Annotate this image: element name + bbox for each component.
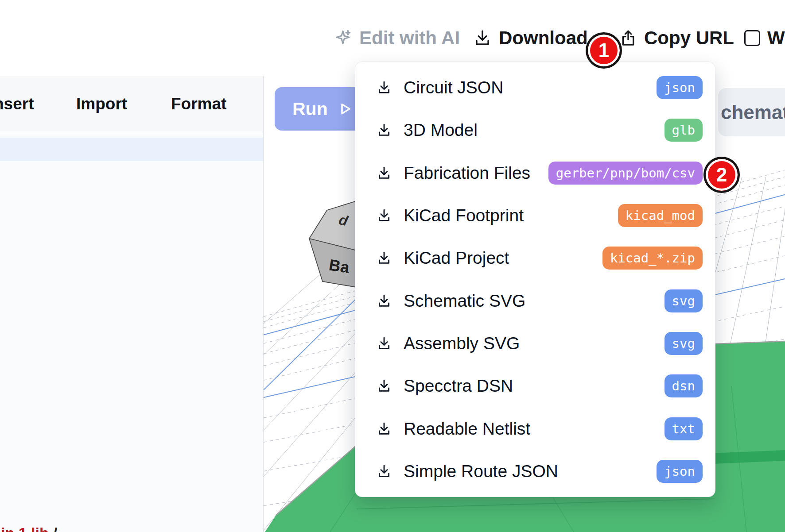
download-icon	[377, 464, 392, 479]
download-menu-item-readable-netlist[interactable]: Readable Netlist txt	[355, 407, 715, 450]
editor-error-text: in 1 lib/	[1, 524, 57, 532]
download-icon	[377, 421, 392, 436]
download-icon	[377, 251, 392, 266]
app-root: { "top_bar": { "edit_with_ai_label": "Ed…	[0, 0, 785, 532]
download-icon	[377, 336, 392, 351]
webview-toggle[interactable]: We	[744, 0, 785, 76]
download-menu-item-label: 3D Model	[404, 120, 478, 140]
download-icon	[473, 29, 492, 47]
file-format-badge: kicad_mod	[618, 204, 703, 227]
file-format-badge: kicad_*.zip	[602, 247, 703, 270]
webview-label: We	[767, 27, 785, 49]
download-menu-item-assembly-svg[interactable]: Assembly SVG svg	[355, 322, 715, 365]
file-format-badge: glb	[665, 119, 703, 142]
download-menu-item-simple-route-json[interactable]: Simple Route JSON json	[355, 450, 715, 493]
file-format-badge: svg	[665, 289, 703, 312]
editor-highlighted-line[interactable]	[0, 138, 263, 161]
download-menu-item-kicad-project[interactable]: KiCad Project kicad_*.zip	[355, 237, 715, 279]
download-menu-item-label: KiCad Project	[404, 248, 509, 268]
sparkle-icon	[334, 29, 352, 47]
tab-schematic[interactable]: chemati	[718, 88, 785, 136]
file-format-badge: svg	[665, 332, 703, 355]
download-icon	[377, 123, 392, 138]
download-menu-item-label: Simple Route JSON	[404, 462, 558, 481]
code-editor-panel[interactable]: nsert Import Format in 1 lib/	[0, 76, 264, 532]
share-icon	[619, 29, 637, 47]
download-icon	[377, 208, 392, 223]
file-format-badge: json	[657, 76, 703, 99]
download-menu-item-kicad-footprint[interactable]: KiCad Footprint kicad_mod	[355, 194, 715, 237]
download-menu-item-label: Schematic SVG	[404, 291, 525, 311]
download-menu-item-fabrication-files[interactable]: Fabrication Files gerber/pnp/bom/csv	[355, 152, 715, 194]
step-badge-1: 1	[586, 32, 622, 69]
download-icon	[377, 378, 392, 393]
menubar-item-insert[interactable]: nsert	[0, 76, 34, 132]
file-format-badge: json	[657, 460, 703, 483]
file-format-badge: gerber/pnp/bom/csv	[548, 162, 703, 185]
run-label: Run	[292, 99, 328, 120]
download-menu-item-3d-model[interactable]: 3D Model glb	[355, 109, 715, 151]
download-menu-item-circuit-json[interactable]: Circuit JSON json	[355, 66, 715, 109]
step-badge-2: 2	[703, 157, 740, 193]
file-format-badge: txt	[665, 417, 703, 440]
edit-with-ai-label: Edit with AI	[359, 27, 460, 49]
component-box: d Ba	[309, 201, 357, 287]
file-format-badge: dsn	[665, 374, 703, 397]
play-icon	[337, 101, 353, 117]
download-menu-item-label: Fabrication Files	[404, 163, 530, 183]
download-icon	[377, 80, 392, 95]
download-dropdown-menu: Circuit JSON json 3D Model glb Fabricati…	[355, 62, 715, 497]
editor-menubar: nsert Import Format	[0, 76, 263, 132]
box-front-label: Ba	[328, 255, 351, 277]
download-menu-item-label: KiCad Footprint	[404, 206, 524, 225]
download-label: Download	[499, 27, 588, 49]
download-menu-item-schematic-svg[interactable]: Schematic SVG svg	[355, 279, 715, 322]
download-menu-item-label: Assembly SVG	[404, 334, 520, 353]
webview-checkbox[interactable]	[744, 30, 760, 46]
copy-url-label: Copy URL	[644, 27, 734, 49]
download-icon	[377, 166, 392, 181]
download-menu-item-label: Specctra DSN	[404, 376, 513, 396]
download-menu-item-label: Circuit JSON	[404, 78, 503, 97]
menubar-item-import[interactable]: Import	[76, 76, 127, 132]
download-menu-item-specctra-dsn[interactable]: Specctra DSN dsn	[355, 365, 715, 407]
menubar-item-format[interactable]: Format	[171, 76, 226, 132]
download-icon	[377, 293, 392, 308]
download-menu-item-label: Readable Netlist	[404, 419, 530, 439]
